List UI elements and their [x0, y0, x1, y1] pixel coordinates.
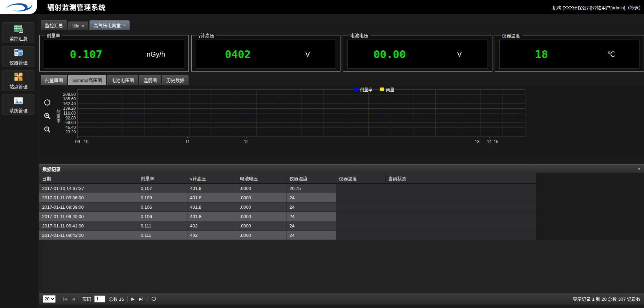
svg-text:11: 11	[185, 139, 190, 144]
table-row[interactable]: 2017-01-11 09:39:000.106401.8.000024	[39, 202, 536, 212]
table-row[interactable]: 2017-01-11 09:42:000.111402.000024	[39, 231, 536, 240]
gauge-display: 18℃	[499, 40, 640, 69]
gauge-label: 仪器温度	[501, 32, 522, 39]
main-tab-3[interactable]: 高气压电离室×	[89, 20, 130, 30]
table-cell: 24	[287, 212, 336, 221]
chart-tab-5[interactable]: 历史数据	[162, 75, 188, 85]
signout-link[interactable]: 签退	[630, 5, 639, 10]
table-cell: 2017-01-11 09:36:00	[39, 193, 138, 202]
gauge-display: 0402V	[196, 40, 336, 69]
table-row[interactable]: 2017-01-10 14:37:370.107401.8.000020.75	[39, 184, 536, 193]
table-header-row: 日期剂量率γ计高压电池电压仪器温度仪器温度当前状态	[39, 173, 536, 184]
svg-text:10: 10	[84, 139, 89, 144]
chart-panel: 剂量率 23.2046.4069.6092.80116.00139.20162.…	[39, 85, 644, 159]
close-icon[interactable]: ×	[82, 24, 84, 28]
main-content: 监控汇总title×高气压电离室× 剂量率0.107nGy/hγ计高压0402V…	[37, 14, 644, 308]
gauge-unit: ℃	[583, 50, 639, 58]
table-cell	[385, 184, 536, 193]
table-cell	[385, 221, 536, 231]
legend-item[interactable]: 雨量	[380, 86, 394, 92]
table-cell	[385, 231, 536, 240]
svg-text:12: 12	[244, 139, 249, 144]
svg-text:92.80: 92.80	[65, 116, 76, 120]
prev-page-icon: ◀	[72, 297, 75, 301]
data-records-table: 日期剂量率γ计高压电池电压仪器温度仪器温度当前状态2017-01-10 14:3…	[39, 173, 536, 240]
sidebar-item-system[interactable]: 系统管理	[2, 94, 34, 115]
company-logo	[0, 0, 37, 14]
close-icon[interactable]: ×	[123, 23, 126, 27]
collapse-arrow-icon[interactable]: ▲	[637, 167, 641, 170]
svg-text:139.20: 139.20	[63, 106, 76, 111]
reset-zoom-button[interactable]	[43, 98, 52, 107]
table-cell: 0.111	[138, 221, 187, 231]
table-cell: .0000	[237, 202, 287, 212]
table-cell: 2017-01-11 09:42:00	[39, 231, 138, 240]
divider	[59, 296, 59, 302]
gauge-panel-4: 仪器温度18℃	[495, 32, 644, 72]
table-row[interactable]: 2017-01-11 09:40:000.106401.8.000024	[39, 212, 536, 221]
column-header: 剂量率	[138, 173, 187, 184]
dose-rate-line-chart: 23.2046.4069.6092.80116.00139.20162.4018…	[61, 85, 529, 147]
gauge-unit: V	[280, 50, 336, 58]
table-cell	[385, 193, 536, 202]
svg-text:69.60: 69.60	[65, 120, 76, 125]
svg-text:185.60: 185.60	[63, 97, 76, 101]
page-size-select[interactable]: 20	[43, 295, 56, 303]
prev-page-button[interactable]: ◀	[71, 296, 75, 302]
zoom-out-button[interactable]	[43, 125, 52, 134]
gauge-panel-3: 电池电压00.00V	[343, 32, 492, 72]
table-cell: .0000	[237, 184, 287, 193]
last-page-icon: ▶	[139, 297, 142, 301]
monitor-summary-icon	[13, 24, 24, 34]
system-icon	[13, 95, 24, 106]
chart-tab-1[interactable]: 剂量率图	[41, 75, 67, 85]
gauge-display: 0.107nGy/h	[44, 40, 184, 69]
gauge-panel-1: 剂量率0.107nGy/h	[39, 32, 189, 72]
main-tab-1[interactable]: 监控汇总	[41, 20, 67, 30]
table-cell: 2017-01-10 14:37:37	[39, 184, 138, 193]
chart-tab-4[interactable]: 温度图	[139, 75, 161, 85]
page-number-label: 页码	[82, 295, 91, 302]
table-cell: 24	[287, 202, 336, 212]
sidebar-item-label: 系统管理	[9, 107, 27, 114]
legend-label: 剂量率	[360, 86, 372, 92]
next-page-button[interactable]: ▶	[131, 296, 135, 302]
org-user-text: 机构:[XXX环保公司]登陆用户[admin]（	[552, 5, 629, 10]
table-cell	[336, 231, 385, 240]
main-layout: 监控汇总仪器管理站点管理系统管理 监控汇总title×高气压电离室× 剂量率0.…	[0, 14, 644, 308]
gauge-panel-2: γ计高压0402V	[191, 32, 341, 72]
table-cell: 2017-01-11 09:40:00	[39, 212, 138, 221]
gauge-label: γ计高压	[197, 32, 216, 39]
chart-tab-2[interactable]: Gamma高压图	[68, 75, 106, 85]
svg-text:162.40: 162.40	[63, 101, 76, 106]
first-page-button[interactable]: ◀	[62, 296, 68, 302]
table-cell: 0.107	[138, 184, 187, 193]
sidebar-item-instrument[interactable]: 仪器管理	[2, 46, 34, 67]
chart-tab-3[interactable]: 电池电压图	[107, 75, 138, 85]
svg-text:15: 15	[494, 139, 499, 144]
total-pages-label: 总数 16	[108, 295, 124, 302]
table-row[interactable]: 2017-01-11 09:36:000.109401.8.000024	[39, 193, 536, 202]
gauge-label: 电池电压	[349, 32, 370, 39]
table-cell: 401.8	[187, 202, 237, 212]
table-cell	[385, 202, 536, 212]
circle-icon	[43, 99, 51, 106]
legend-item[interactable]: 剂量率	[354, 86, 372, 92]
page-number-input[interactable]	[94, 295, 105, 302]
chart-tabbar: 剂量率图Gamma高压图电池电压图温度图历史数据	[39, 76, 644, 85]
instrument-icon	[13, 48, 24, 58]
svg-text:208.80: 208.80	[63, 92, 76, 97]
svg-text:116.00: 116.00	[63, 111, 76, 116]
table-cell: .0000	[237, 221, 287, 231]
zoom-in-icon	[43, 112, 51, 120]
table-row[interactable]: 2017-01-11 09:41:000.111402.000024	[39, 221, 536, 231]
divider	[127, 296, 128, 302]
sidebar-item-site[interactable]: 站点管理	[2, 70, 34, 91]
last-page-button[interactable]: ▶	[138, 296, 144, 302]
zoom-in-button[interactable]	[43, 111, 52, 120]
sidebar-item-monitor-summary[interactable]: 监控汇总	[2, 22, 34, 43]
main-tab-2[interactable]: title×	[68, 22, 88, 30]
refresh-button[interactable]	[151, 295, 157, 302]
sidebar-item-label: 站点管理	[9, 83, 27, 90]
column-header: 日期	[39, 173, 138, 184]
